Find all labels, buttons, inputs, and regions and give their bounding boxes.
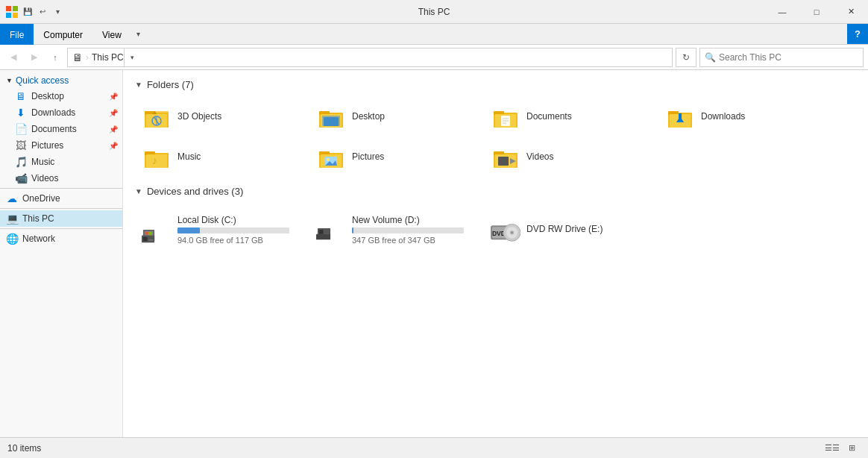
search-input[interactable]	[719, 52, 858, 63]
sidebar-item-network[interactable]: 🌐 Network	[0, 230, 122, 247]
drives-section-header[interactable]: ▼ Devices and drives (3)	[135, 186, 856, 197]
icon-drive-d	[316, 215, 346, 245]
view-controls: ☰☰ ⊞	[823, 440, 861, 457]
music-icon: 🎵	[15, 156, 27, 168]
pictures-icon: 🖼	[15, 139, 27, 151]
onedrive-icon: ☁	[6, 192, 18, 204]
path-pc-icon: 🖥	[72, 51, 83, 63]
quick-save-area: 💾 ↩ ▾	[21, 5, 64, 19]
sidebar-item-documents[interactable]: 📄 Documents 📌	[0, 121, 122, 137]
ribbon-expand-btn[interactable]: ▾	[131, 23, 146, 44]
quick-access-chevron: ▼	[6, 77, 13, 84]
window-title: This PC	[418, 7, 450, 17]
quick-access-header[interactable]: ▼ Quick access	[0, 73, 122, 88]
pin-icon-documents: 📌	[109, 125, 118, 134]
drive-c-fill	[177, 228, 200, 233]
minimize-button[interactable]: —	[765, 0, 799, 24]
drive-d[interactable]: New Volume (D:) 347 GB free of 347 GB	[309, 204, 481, 255]
title-bar: 💾 ↩ ▾ This PC — □ ✕	[0, 0, 868, 24]
undo-btn[interactable]: ↩	[36, 5, 49, 19]
sidebar-item-videos[interactable]: 📹 Videos	[0, 170, 122, 186]
drives-section-label: Devices and drives (3)	[147, 186, 243, 197]
folder-videos[interactable]: Videos	[484, 138, 655, 175]
documents-icon: 📄	[15, 123, 27, 135]
downloads-icon: ⬇	[15, 107, 27, 119]
drive-d-fill	[352, 228, 353, 233]
svg-rect-56	[316, 234, 330, 240]
svg-rect-16	[322, 116, 340, 126]
svg-rect-28	[679, 113, 682, 119]
sidebar-item-downloads[interactable]: ⬇ Downloads 📌	[0, 104, 122, 121]
svg-rect-47	[149, 232, 152, 235]
status-bar: 10 items ☰☰ ⊞	[0, 437, 868, 458]
address-path[interactable]: 🖥 › This PC ▾	[67, 48, 673, 67]
folder-desktop[interactable]: Desktop	[309, 98, 481, 135]
folder-label-3d: 3D Objects	[177, 111, 221, 122]
sidebar-item-music[interactable]: 🎵 Music	[0, 154, 122, 170]
sidebar-item-desktop[interactable]: 🖥 Desktop 📌	[0, 88, 122, 104]
folder-label-documents: Documents	[526, 111, 572, 122]
drive-d-progress	[352, 228, 464, 233]
folder-label-downloads: Downloads	[701, 111, 745, 122]
maximize-button[interactable]: □	[799, 0, 834, 24]
back-button[interactable]: ◀	[4, 48, 22, 66]
help-button[interactable]: ?	[847, 23, 868, 44]
drive-c-info: Local Disk (C:) 94.0 GB free of 117 GB	[177, 215, 300, 245]
up-button[interactable]: ↑	[46, 48, 64, 66]
svg-rect-51	[143, 237, 148, 242]
sidebar-label-music: Music	[31, 157, 54, 167]
folder-downloads[interactable]: Downloads	[658, 98, 830, 135]
icon-3d-objects	[142, 101, 172, 131]
view-tiles-btn[interactable]: ⊞	[843, 440, 861, 457]
sidebar-label-onedrive: OneDrive	[22, 193, 60, 204]
path-dropdown[interactable]: ▾	[124, 48, 140, 67]
sidebar-label-pictures: Pictures	[31, 140, 63, 151]
search-box[interactable]: 🔍	[699, 48, 864, 67]
close-button[interactable]: ✕	[834, 0, 868, 24]
sidebar-label-downloads: Downloads	[31, 107, 75, 118]
refresh-button[interactable]: ↻	[676, 48, 696, 67]
view-details-btn[interactable]: ☰☰	[823, 440, 841, 457]
window-controls: — □ ✕	[765, 0, 868, 24]
svg-rect-54	[319, 230, 324, 234]
sidebar-item-thispc[interactable]: 💻 This PC	[0, 210, 122, 227]
icon-videos	[491, 142, 521, 172]
quick-save-btn[interactable]: 💾	[21, 5, 34, 19]
thispc-icon: 💻	[6, 213, 18, 225]
address-bar: ◀ ▶ ↑ 🖥 › This PC ▾ ↻ 🔍	[0, 45, 868, 70]
drive-d-free: 347 GB free of 347 GB	[352, 236, 474, 245]
folders-section-label: Folders (7)	[147, 79, 194, 90]
pin-icon-downloads: 📌	[109, 109, 118, 117]
drive-e[interactable]: DVD DVD RW Drive (E:)	[484, 204, 655, 255]
drive-c-label: Local Disk (C:)	[177, 215, 300, 225]
sidebar-label-videos: Videos	[31, 173, 58, 183]
svg-rect-42	[498, 157, 509, 166]
sidebar: ▼ Quick access 🖥 Desktop 📌 ⬇ Downloads 📌…	[0, 70, 123, 437]
drive-c-progress	[177, 228, 289, 233]
tab-computer[interactable]: Computer	[34, 24, 92, 45]
qs-dropdown[interactable]: ▾	[51, 5, 64, 19]
folder-3d-objects[interactable]: 3D Objects	[135, 98, 306, 135]
folders-section-header[interactable]: ▼ Folders (7)	[135, 79, 856, 90]
sidebar-item-pictures[interactable]: 🖼 Pictures 📌	[0, 137, 122, 154]
drive-d-info: New Volume (D:) 347 GB free of 347 GB	[352, 215, 474, 245]
divider-2	[0, 208, 122, 209]
folder-music[interactable]: ♪ Music	[135, 138, 306, 175]
main-layout: ▼ Quick access 🖥 Desktop 📌 ⬇ Downloads 📌…	[0, 70, 868, 437]
icon-documents	[491, 101, 521, 131]
folder-pictures[interactable]: Pictures	[309, 138, 481, 175]
folder-label-desktop: Desktop	[352, 111, 385, 122]
forward-button[interactable]: ▶	[25, 48, 43, 66]
folder-documents[interactable]: Documents	[484, 98, 655, 135]
svg-rect-2	[6, 13, 11, 18]
drive-c[interactable]: Local Disk (C:) 94.0 GB free of 117 GB	[135, 204, 306, 255]
tab-view[interactable]: View	[92, 24, 131, 45]
sidebar-item-onedrive[interactable]: ☁ OneDrive	[0, 190, 122, 207]
drive-e-info: DVD RW Drive (E:)	[526, 224, 649, 236]
icon-drive-e: DVD	[491, 215, 521, 245]
drive-c-free: 94.0 GB free of 117 GB	[177, 236, 300, 245]
tab-file[interactable]: File	[0, 24, 34, 45]
svg-rect-1	[13, 6, 18, 11]
folders-grid: 3D Objects Desktop	[135, 98, 856, 175]
svg-rect-0	[6, 6, 11, 11]
